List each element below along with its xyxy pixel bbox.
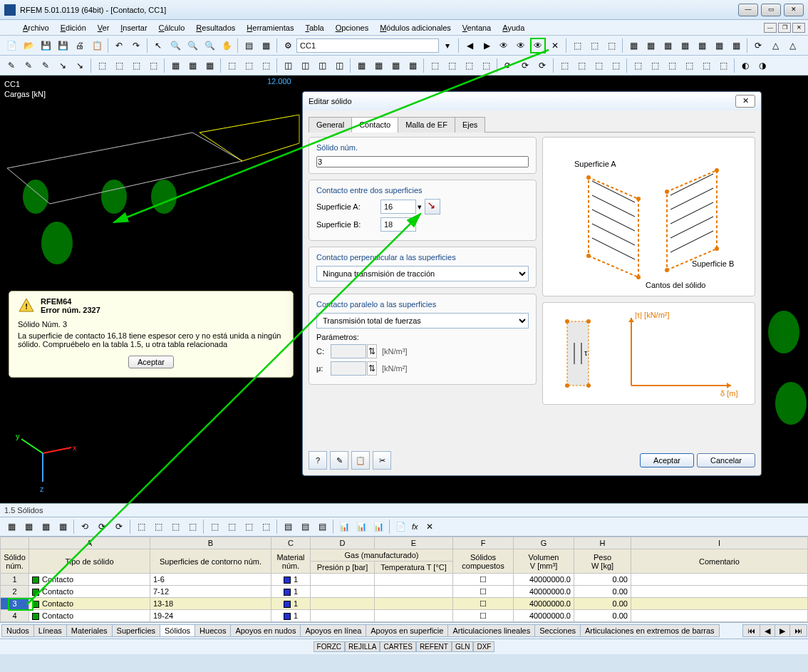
r2y-icon[interactable]: ⬚ [444,58,460,73]
zoom-icon[interactable]: 🔍 [167,38,183,53]
close-button[interactable]: ✕ [784,4,804,16]
copy-button[interactable]: 📋 [351,451,370,470]
bottom-tab-articulaciones-lineales[interactable]: Articulaciones lineales [447,624,535,637]
paral-contact-select[interactable]: Transmisión total de fuerzas [316,313,529,329]
r2a-icon[interactable]: ✎ [4,58,19,73]
table2-icon[interactable]: ▦ [258,38,274,53]
t11-icon[interactable]: ▦ [728,38,744,53]
next-icon[interactable]: ▶ [479,38,494,53]
table-row[interactable]: 3Contacto13-181☐40000000.00.00 [1,598,808,610]
menu-módulos adicionales[interactable]: Módulos adicionales [374,22,457,33]
th-vol[interactable]: VolumenV [mm³] [514,549,574,574]
r2aj-icon[interactable]: ⬚ [647,58,663,73]
t12-icon[interactable]: ⟳ [750,38,766,53]
table-row[interactable]: 4Contacto19-241☐40000000.00.00 [1,610,808,622]
minimize-button[interactable]: — [738,4,758,16]
r2c-icon[interactable]: ✎ [38,58,53,73]
r2al-icon[interactable]: ⬚ [681,58,697,73]
r2aa-icon[interactable]: ⬚ [478,58,494,73]
menu-tabla[interactable]: Tabla [299,22,329,33]
menu-ayuda[interactable]: Ayuda [497,22,530,33]
view-icon[interactable]: 👁 [496,38,512,53]
status-gln[interactable]: GLN [452,641,474,652]
cursor-icon[interactable]: ↖ [150,38,166,53]
table-grid[interactable]: ABCDEFGHI Sólidonúm. Tipo de sólido Supe… [0,537,808,622]
r2w-icon[interactable]: ▦ [405,58,420,73]
th-gas-p[interactable]: Presión p [bar] [311,562,375,574]
table-nav-button[interactable]: ◀ [760,624,775,637]
r2f-icon[interactable]: ⬚ [94,58,110,73]
tt12-icon[interactable]: ⬚ [207,519,222,534]
r2s-icon[interactable]: ◫ [331,58,347,73]
t4-icon[interactable]: ⬚ [604,38,619,53]
menu-ventana[interactable]: Ventana [457,22,497,33]
prev-icon[interactable]: ◀ [462,38,477,53]
menu-ver[interactable]: Ver [92,22,115,33]
tt8-icon[interactable]: ⬚ [133,519,149,534]
r2ad-icon[interactable]: ⟳ [534,58,550,73]
menu-archivo[interactable]: Archivo [17,22,55,33]
tt11-icon[interactable]: ⬚ [185,519,200,534]
dialog-tab-contacto[interactable]: Contacto [351,117,398,133]
view3-icon[interactable]: 👁 [530,38,546,53]
bottom-tab-apoyos-en-línea[interactable]: Apoyos en línea [300,624,366,637]
solido-num-input[interactable] [316,156,529,167]
r2an-icon[interactable]: ⬚ [715,58,731,73]
perp-contact-select[interactable]: Ninguna transmisión de tracción [316,266,529,281]
t3-icon[interactable]: ⬚ [586,38,602,53]
r2t-icon[interactable]: ▦ [353,58,369,73]
th-mat[interactable]: Materialnúm. [271,549,311,574]
dialog-tab-general[interactable]: General [309,117,352,133]
th-com[interactable]: Comentario [631,549,808,574]
th-comp[interactable]: Sólidoscompuestos [453,549,514,574]
r2ao-icon[interactable]: ◐ [737,58,753,73]
tt14-icon[interactable]: ⬚ [241,519,257,534]
saveall-icon[interactable]: 💾 [55,38,71,53]
pan-icon[interactable]: ✋ [219,38,234,53]
delete-button[interactable]: ✂ [373,451,391,470]
r2ab-icon[interactable]: ⟳ [500,58,516,73]
th-gas-t[interactable]: Temperatura T [°C] [375,562,453,574]
status-rejilla[interactable]: REJILLA [345,641,380,652]
r2r-icon[interactable]: ◫ [314,58,330,73]
tt22-icon[interactable]: 📄 [393,519,408,534]
table-row[interactable]: 2Contacto7-121☐40000000.00.00 [1,586,808,598]
tt23-icon[interactable]: ✕ [422,519,437,534]
zoom-in-icon[interactable]: 🔍 [185,38,200,53]
status-cartes[interactable]: CARTES [380,641,415,652]
col-letter[interactable]: C [271,537,311,549]
bottom-tab-líneas[interactable]: Líneas [33,624,67,637]
r2ap-icon[interactable]: ◑ [755,58,770,73]
col-letter[interactable]: I [631,537,808,549]
print-icon[interactable]: 🖨 [72,38,88,53]
col-letter[interactable]: A [29,537,150,549]
dialog-cancel-button[interactable]: Cancelar [697,453,755,467]
r2i-icon[interactable]: ⬚ [145,58,161,73]
tt6-icon[interactable]: ⟳ [94,519,110,534]
dialog-tab-malla-de-ef[interactable]: Malla de EF [398,117,455,133]
dialog-close-button[interactable]: ✕ [735,95,755,108]
th-sup[interactable]: Superficies de contorno núm. [150,549,271,574]
r2m-icon[interactable]: ⬚ [224,58,239,73]
r2l-icon[interactable]: ▦ [202,58,217,73]
r2ac-icon[interactable]: ⟳ [517,58,533,73]
r2q-icon[interactable]: ◫ [297,58,313,73]
dropdown-icon[interactable]: ▾ [440,38,455,53]
t13-icon[interactable]: △ [767,38,783,53]
t8-icon[interactable]: ▦ [677,38,693,53]
tt4-icon[interactable]: ▦ [55,519,71,534]
save-icon[interactable]: 💾 [38,38,53,53]
table-nav-button[interactable]: ▶ [775,624,790,637]
t9-icon[interactable]: ▦ [694,38,710,53]
col-letter[interactable]: E [375,537,453,549]
status-forzc[interactable]: FORZC [314,641,345,652]
tt17-icon[interactable]: ▤ [297,519,313,534]
status-refent[interactable]: REFENT [416,641,452,652]
zoom-out-icon[interactable]: 🔍 [202,38,217,53]
surface-a-dropdown-icon[interactable]: ▾ [418,202,422,212]
bottom-tab-secciones[interactable]: Secciones [534,624,581,637]
bottom-tab-apoyos-en-nudos[interactable]: Apoyos en nudos [230,624,301,637]
tt2-icon[interactable]: ▦ [21,519,36,534]
r2ai-icon[interactable]: ⬚ [630,58,646,73]
bottom-tab-huecos[interactable]: Huecos [195,624,231,637]
